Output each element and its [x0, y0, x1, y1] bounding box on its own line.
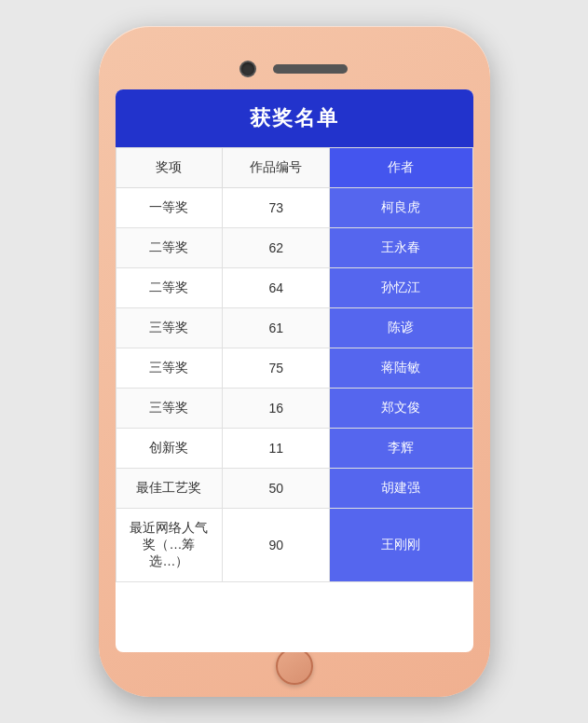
table-row: 三等奖16郑文俊 — [116, 389, 472, 429]
table-row: 二等奖64孙忆江 — [116, 268, 472, 308]
screen-inner[interactable]: 获奖名单 奖项 作品编号 作者 一等奖73柯良虎二等奖62王永春二等奖64孙忆江… — [116, 89, 473, 652]
cell-author: 蒋陆敏 — [330, 348, 472, 389]
cell-work-id: 62 — [223, 228, 330, 268]
cell-work-id: 64 — [223, 268, 330, 308]
cell-work-id: 73 — [223, 188, 330, 228]
cell-prize: 三等奖 — [116, 308, 223, 348]
phone-frame: 获奖名单 奖项 作品编号 作者 一等奖73柯良虎二等奖62王永春二等奖64孙忆江… — [99, 26, 490, 697]
cell-author: 郑文俊 — [330, 389, 472, 429]
cell-author: 孙忆江 — [330, 268, 472, 308]
cell-prize: 最近网络人气奖（…筹选…） — [116, 509, 223, 582]
phone-top-bar — [116, 43, 473, 89]
table-row: 三等奖75蒋陆敏 — [116, 348, 472, 389]
phone-bottom — [276, 652, 313, 680]
cell-work-id: 61 — [223, 308, 330, 348]
cell-author: 王刚刚 — [330, 509, 472, 582]
cell-prize: 最佳工艺奖 — [116, 469, 223, 509]
cell-prize: 一等奖 — [116, 188, 223, 228]
table-header-row: 奖项 作品编号 作者 — [116, 148, 472, 188]
table-row: 最佳工艺奖50胡建强 — [116, 469, 472, 509]
cell-prize: 二等奖 — [116, 228, 223, 268]
cell-prize: 二等奖 — [116, 268, 223, 308]
header-prize: 奖项 — [116, 148, 223, 188]
cell-author: 胡建强 — [330, 469, 472, 509]
header-work-id: 作品编号 — [223, 148, 330, 188]
table-row: 三等奖61陈谚 — [116, 308, 472, 348]
table-row: 最近网络人气奖（…筹选…）90王刚刚 — [116, 509, 472, 582]
phone-screen: 获奖名单 奖项 作品编号 作者 一等奖73柯良虎二等奖62王永春二等奖64孙忆江… — [116, 89, 473, 652]
header-author: 作者 — [330, 148, 472, 188]
cell-work-id: 90 — [223, 509, 330, 582]
cell-author: 柯良虎 — [330, 188, 472, 228]
cell-prize: 三等奖 — [116, 348, 223, 389]
camera-icon — [241, 62, 254, 75]
cell-work-id: 50 — [223, 469, 330, 509]
table-row: 创新奖11李辉 — [116, 429, 472, 469]
cell-work-id: 75 — [223, 348, 330, 389]
award-table: 奖项 作品编号 作者 一等奖73柯良虎二等奖62王永春二等奖64孙忆江三等奖61… — [116, 147, 473, 582]
speaker — [273, 64, 348, 74]
cell-work-id: 16 — [223, 389, 330, 429]
cell-author: 王永春 — [330, 228, 472, 268]
table-row: 一等奖73柯良虎 — [116, 188, 472, 228]
page-title: 获奖名单 — [116, 89, 473, 147]
cell-author: 李辉 — [330, 429, 472, 469]
home-button[interactable] — [276, 648, 313, 685]
table-row: 二等奖62王永春 — [116, 228, 472, 268]
cell-author: 陈谚 — [330, 308, 472, 348]
cell-prize: 创新奖 — [116, 429, 223, 469]
cell-work-id: 11 — [223, 429, 330, 469]
cell-prize: 三等奖 — [116, 389, 223, 429]
